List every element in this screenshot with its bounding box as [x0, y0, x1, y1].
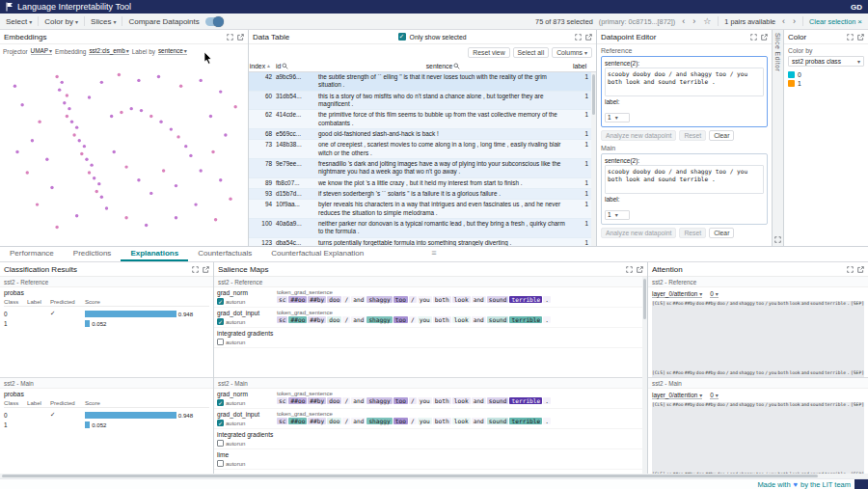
slice-editor-collapsed-tab[interactable]: Slice Editor	[773, 30, 784, 246]
embedding-point[interactable]	[61, 81, 64, 84]
salience-token[interactable]: you	[418, 296, 432, 303]
tab-explanations[interactable]: Explanations	[121, 247, 188, 261]
embedding-point[interactable]	[100, 196, 103, 199]
salience-token[interactable]: .	[543, 418, 551, 424]
expand-icon[interactable]	[774, 236, 781, 243]
popout-icon[interactable]	[761, 34, 768, 41]
salience-token[interactable]: you	[418, 418, 432, 424]
salience-token[interactable]: /	[409, 296, 417, 303]
embedding-point[interactable]	[100, 81, 103, 84]
salience-token[interactable]: both	[433, 316, 451, 323]
projector-select[interactable]: UMAP▾	[31, 47, 52, 55]
salience-token[interactable]: sound	[487, 316, 509, 323]
embedding-point[interactable]	[75, 125, 78, 128]
salience-token[interactable]: sc	[277, 397, 287, 404]
embedding-point[interactable]	[31, 139, 34, 142]
embedding-point[interactable]	[66, 115, 68, 118]
embedding-point[interactable]	[145, 224, 148, 227]
embedding-point[interactable]	[159, 121, 162, 123]
search-icon[interactable]	[587, 63, 588, 69]
column-header-label[interactable]: label	[570, 63, 591, 69]
prev-datapoint-button[interactable]: ‹	[681, 17, 686, 26]
tab-predictions[interactable]: Predictions	[64, 247, 122, 261]
embedding-point[interactable]	[45, 158, 48, 161]
autorun-checkbox[interactable]: ✓autorun	[217, 318, 277, 325]
popout-icon[interactable]	[637, 266, 643, 273]
embedding-point[interactable]	[124, 165, 127, 168]
maximize-icon[interactable]	[227, 34, 233, 41]
embedding-point[interactable]	[149, 192, 152, 195]
label-by-select[interactable]: sentence▾	[158, 47, 187, 55]
salience-token[interactable]: and	[472, 296, 486, 303]
salience-token[interactable]: and	[472, 397, 486, 404]
embedding-point[interactable]	[211, 150, 214, 153]
salience-token[interactable]: doo	[327, 418, 341, 424]
salience-token[interactable]: terrible	[509, 296, 542, 303]
scrollbar-thumb[interactable]	[2, 475, 818, 477]
salience-token[interactable]: sound	[487, 418, 509, 424]
embedding-point[interactable]	[229, 198, 231, 201]
embedding-point[interactable]	[110, 115, 113, 118]
table-row[interactable]: 123dba54c...turns potentially forgettabl…	[249, 238, 591, 246]
clear-button[interactable]: Clear	[709, 228, 734, 238]
autorun-checkbox[interactable]: ✓autorun	[217, 298, 277, 305]
salience-token[interactable]: doo	[327, 397, 341, 404]
table-row[interactable]: 68e569cc...good old-fashioned slash-and-…	[249, 129, 591, 140]
salience-token[interactable]: sound	[487, 397, 509, 404]
only-show-selected-checkbox[interactable]: ✓	[398, 33, 406, 41]
salience-token[interactable]: and	[351, 296, 366, 303]
embedding-point[interactable]	[38, 121, 41, 123]
embedding-point[interactable]	[85, 158, 88, 161]
table-row[interactable]: 93d15b7d...if steven soderbergh 's `` so…	[249, 189, 591, 200]
embedding-point[interactable]	[90, 163, 93, 166]
salience-token[interactable]: you	[418, 316, 432, 323]
embedding-projection[interactable]	[0, 58, 248, 246]
embedding-point[interactable]	[26, 171, 29, 174]
salience-token[interactable]: /	[409, 397, 417, 404]
embedding-point[interactable]	[219, 178, 222, 181]
salience-token[interactable]: too	[393, 418, 408, 424]
embedding-point[interactable]	[97, 182, 100, 185]
salience-token[interactable]: shaggy	[366, 316, 392, 323]
scrollbar-thumb[interactable]	[592, 74, 595, 115]
embedding-point[interactable]	[95, 190, 98, 193]
embedding-point[interactable]	[78, 139, 81, 142]
autorun-checkbox[interactable]: autorun	[217, 440, 277, 447]
columns-button[interactable]: Columns▾	[552, 47, 592, 58]
maximize-icon[interactable]	[847, 34, 854, 41]
embedding-point[interactable]	[140, 109, 143, 112]
table-row[interactable]: 89fb8c07...we know the plot 's a little …	[249, 178, 591, 189]
reset-button[interactable]: Reset	[679, 130, 706, 141]
salience-token[interactable]: and	[351, 397, 366, 404]
embedding-point[interactable]	[113, 150, 116, 153]
color-by-menu[interactable]: Color by▾	[44, 17, 78, 26]
maximize-icon[interactable]	[847, 266, 854, 273]
salience-token[interactable]: shaggy	[366, 397, 392, 404]
autorun-checkbox[interactable]: autorun	[217, 339, 277, 345]
salience-token[interactable]: sound	[487, 296, 509, 303]
salience-token[interactable]: look	[452, 296, 471, 303]
salience-token[interactable]: ##oo	[288, 397, 307, 404]
prev-pair-button[interactable]: ‹	[781, 17, 786, 26]
embedding-point[interactable]	[66, 94, 68, 96]
drag-handle-icon[interactable]: ≡	[431, 248, 436, 258]
embedding-point[interactable]	[176, 135, 179, 138]
embedding-point[interactable]	[55, 75, 58, 78]
embedding-select[interactable]: sst2:cls_emb▾	[89, 47, 128, 55]
salience-token[interactable]: ##oo	[288, 296, 307, 303]
sentence-field-input[interactable]: scooby dooby doo / and shaggy too / you …	[605, 165, 764, 194]
salience-token[interactable]: ##oo	[288, 316, 307, 323]
salience-token[interactable]: /	[342, 397, 350, 404]
autorun-checkbox[interactable]: ✓autorun	[217, 420, 277, 426]
embedding-point[interactable]	[63, 101, 66, 104]
autorun-checkbox[interactable]: autorun	[217, 460, 277, 467]
salience-token[interactable]: you	[418, 397, 432, 404]
embedding-point[interactable]	[15, 150, 18, 153]
tab-counterfactuals[interactable]: Counterfactuals	[188, 247, 261, 261]
salience-token[interactable]: ##by	[308, 397, 326, 404]
column-header-id[interactable]: id	[274, 63, 316, 69]
salience-token[interactable]: and	[351, 418, 366, 424]
reset-button[interactable]: Reset	[679, 228, 706, 238]
embedding-point[interactable]	[88, 95, 91, 98]
embedding-point[interactable]	[93, 177, 95, 179]
